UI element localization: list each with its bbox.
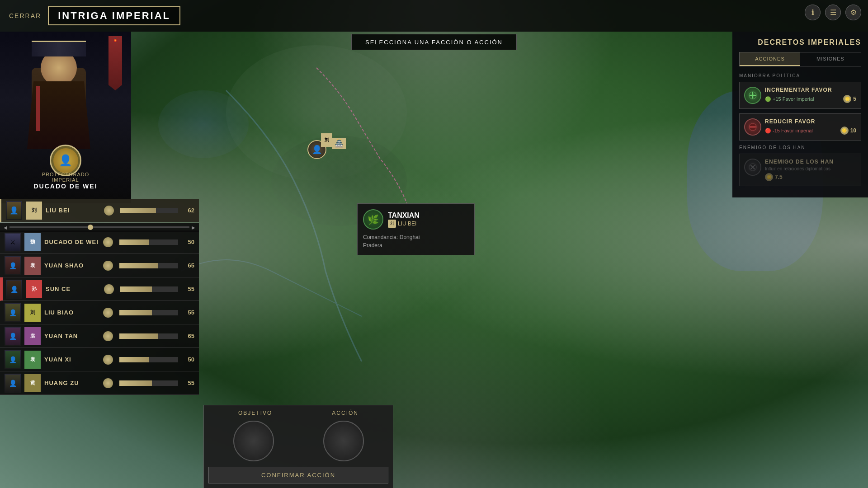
enemigo-han-content: ENEMIGO DE LOS HAN Influir en relaciones… xyxy=(765,159,856,181)
liu-biao-bar-container xyxy=(119,310,178,315)
faction-item-liu-biao[interactable]: 👤 刘 LIU BIAO 55 xyxy=(0,301,199,324)
ducado-wei-flag-icon: 魏 xyxy=(24,233,41,251)
incrementar-favor-name: INCREMENTAR FAVOR xyxy=(765,87,856,93)
faction-item-huang-zu[interactable]: 👤 黄 HUANG ZU 55 xyxy=(0,371,199,395)
info-icon[interactable]: ℹ xyxy=(805,5,821,20)
slider-area[interactable]: ◀ ▶ xyxy=(0,223,199,232)
tab-row: ACCIONES MISIONES xyxy=(739,52,861,66)
tanxian-region: Pradera xyxy=(363,242,382,249)
yuan-shao-portrait-icon: 👤 xyxy=(5,256,21,275)
ducado-wei-score: 50 xyxy=(182,239,194,245)
accion-header: ACCIÓN xyxy=(332,410,359,416)
settings-icon[interactable]: ⚙ xyxy=(845,5,861,20)
liu-biao-bar xyxy=(119,310,152,315)
tanxian-popup: 🌿 TANXIAN 刘 LIU BEI Comandancia: Donghai… xyxy=(357,203,475,255)
incrementar-favor-cost-row: 🟢 +15 Favor imperial 🪙 5 xyxy=(765,95,856,103)
menu-icon[interactable]: ☰ xyxy=(825,5,841,20)
reducir-favor-cost: 🔴 -15 Favor imperial xyxy=(765,128,813,134)
section-enemigo: ENEMIGO DE LOS HAN xyxy=(739,145,861,150)
sun-ce-bar-container xyxy=(120,286,179,292)
reducir-favor-icon xyxy=(744,118,761,136)
left-panel: 🏮 👤 PROTECTORADO IMPER xyxy=(0,0,199,488)
incrementar-favor-cost-icon: 🪙 xyxy=(843,95,851,103)
yuan-shao-flag-icon: 袁 xyxy=(24,257,41,275)
reducir-favor-name: REDUCIR FAVOR xyxy=(765,118,856,125)
yuan-xi-portrait-icon: 👤 xyxy=(5,350,21,369)
faction-item-yuan-shao[interactable]: 👤 袁 YUAN SHAO 65 xyxy=(0,254,199,277)
liu-biao-name: LIU BIAO xyxy=(44,309,103,316)
confirm-action-button[interactable]: CONFIRMAR ACCIÓN xyxy=(208,467,388,483)
liu-biao-portrait-icon: 👤 xyxy=(5,303,21,322)
huang-zu-portrait-icon: 👤 xyxy=(5,374,21,393)
faction-item-liu-bei[interactable]: 👤 刘 LIU BEI 62 xyxy=(0,199,199,222)
yuan-tan-bar xyxy=(119,333,158,339)
sun-ce-bar xyxy=(120,286,152,292)
coin-inner: 👤 xyxy=(53,148,78,173)
title-text: INTRIGA IMPERIAL xyxy=(58,10,170,21)
reducir-favor-content: REDUCIR FAVOR 🔴 -15 Favor imperial 🪙 10 xyxy=(765,118,856,135)
yuan-tan-bar-container xyxy=(119,333,178,339)
reducir-favor-action-cost: 🪙 10 xyxy=(840,127,856,135)
decretos-title: DECRETOS IMPERIALES xyxy=(739,38,861,47)
section-maniobra: MANIOBRA POLÍTICA xyxy=(739,73,861,78)
faction-item-yuan-xi[interactable]: 👤 袁 YUAN XI 50 xyxy=(0,348,199,371)
liu-bei-name: LIU BEI xyxy=(46,207,104,214)
sun-ce-flag-icon: 孙 xyxy=(26,280,42,298)
enemigo-han-cost-num: 7.5 xyxy=(775,174,783,180)
enemigo-han-icon xyxy=(744,159,761,176)
faction-list: ⚔ 魏 DUCADO DE WEI 50 👤 袁 YUAN SHAO 65 xyxy=(0,230,199,395)
incrementar-favor-action-cost: 🪙 5 xyxy=(843,95,856,103)
tab-acciones[interactable]: ACCIONES xyxy=(740,52,800,66)
yuan-xi-bar-container xyxy=(119,357,178,362)
ducado-wei-coin-icon xyxy=(103,237,113,247)
faction-item-sun-ce[interactable]: 👤 孙 SUN CE 55 xyxy=(0,277,199,301)
title-box: INTRIGA IMPERIAL xyxy=(48,6,180,25)
action-circles xyxy=(208,421,388,461)
reducir-favor-cost-num: 10 xyxy=(850,127,856,134)
tanxian-info: TANXIAN 刘 LIU BEI xyxy=(388,211,420,228)
sun-ce-portrait-icon: 👤 xyxy=(6,280,22,299)
liu-bei-score: 62 xyxy=(182,207,194,214)
action-header-row: OBJETIVO ACCIÓN xyxy=(208,410,388,416)
top-right-icons: ℹ ☰ ⚙ xyxy=(805,5,861,20)
yuan-tan-coin-icon xyxy=(103,331,113,341)
portrait-area: 🏮 👤 PROTECTORADO IMPER xyxy=(0,32,131,203)
faction-item-yuan-tan[interactable]: 👤 袁 YUAN TAN 65 xyxy=(0,324,199,348)
yuan-xi-coin-icon xyxy=(103,355,113,365)
sun-ce-score: 55 xyxy=(182,286,194,292)
liu-bei-flag-icon: 刘 xyxy=(26,202,42,220)
huang-zu-bar xyxy=(119,380,152,386)
liu-bei-portrait-icon: 👤 xyxy=(6,201,22,220)
decree-incrementar-favor[interactable]: INCREMENTAR FAVOR 🟢 +15 Favor imperial 🪙… xyxy=(739,82,861,109)
objetivo-circle[interactable] xyxy=(233,421,274,461)
faction-badge: PROTECTORADO IMPERIAL DUCADO DE WEI xyxy=(33,172,99,190)
enemigo-han-desc: Influir en relaciones diplomáticas xyxy=(765,166,856,171)
faction-item-ducado-wei[interactable]: ⚔ 魏 DUCADO DE WEI 50 xyxy=(0,230,199,254)
confirm-label: CONFIRMAR ACCIÓN xyxy=(261,472,335,479)
slider-right-arrow[interactable]: ▶ xyxy=(192,225,195,230)
tanxian-faction-icon: 刘 xyxy=(388,220,396,228)
liu-biao-flag-icon: 刘 xyxy=(24,304,41,322)
liu-bei-bar xyxy=(120,208,156,213)
tab-misiones[interactable]: MISIONES xyxy=(800,52,861,66)
yuan-tan-score: 65 xyxy=(182,333,194,339)
incrementar-favor-content: INCREMENTAR FAVOR 🟢 +15 Favor imperial 🪙… xyxy=(765,87,856,103)
accion-circle[interactable] xyxy=(323,421,364,461)
yuan-shao-bar xyxy=(119,263,158,268)
yuan-shao-score: 65 xyxy=(182,262,194,269)
huang-zu-score: 55 xyxy=(182,380,194,386)
tanxian-region-icon: 🌿 xyxy=(363,209,383,230)
slider-left-arrow[interactable]: ◀ xyxy=(4,225,7,230)
enemigo-han-action-cost: 🪙 7.5 xyxy=(765,173,856,181)
decree-reducir-favor[interactable]: REDUCIR FAVOR 🔴 -15 Favor imperial 🪙 10 xyxy=(739,113,861,141)
liu-bei-bar-container xyxy=(120,208,179,213)
yuan-tan-name: YUAN TAN xyxy=(44,333,103,339)
ducado-wei-name: DUCADO DE WEI xyxy=(44,239,103,245)
yuan-xi-flag-icon: 袁 xyxy=(24,351,41,369)
top-bar: CERRAR INTRIGA IMPERIAL xyxy=(0,0,868,32)
tanxian-location-info: Comandancia: Donghai Pradera xyxy=(363,233,469,249)
close-label: CERRAR xyxy=(9,12,41,19)
close-button[interactable]: CERRAR xyxy=(9,12,41,19)
yuan-tan-portrait-icon: 👤 xyxy=(5,327,21,346)
slider-handle[interactable] xyxy=(88,225,93,230)
